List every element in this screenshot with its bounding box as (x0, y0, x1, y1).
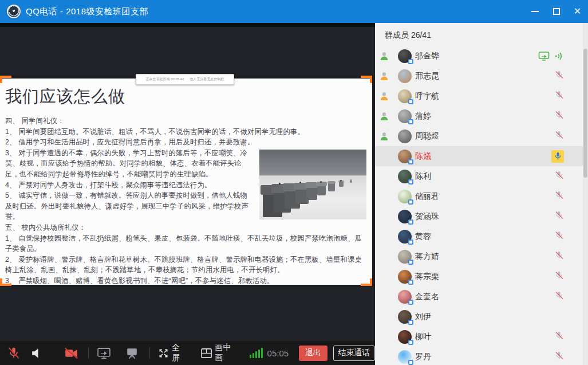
member-status-icons (538, 51, 564, 61)
member-status-icons (554, 270, 564, 282)
member-status-icons (554, 110, 564, 122)
member-row[interactable]: 刘伊 (375, 307, 588, 327)
close-button[interactable]: ✕ (567, 0, 588, 23)
camera-off-icon (64, 347, 79, 360)
member-mic-muted-icon (554, 210, 564, 222)
device-badge-icon (408, 99, 413, 104)
call-toolbar: 全屏 画中画 05:05 退出 结束通话 (0, 341, 375, 365)
screen-share-icon (97, 347, 111, 360)
member-row[interactable]: 罗丹 (375, 347, 588, 365)
shared-document: 我们应该怎么做 四、 同学间礼仪：1、 同学间要团结互助。不说脏话、粗话，不骂人… (0, 79, 372, 285)
camera-off-button[interactable] (64, 347, 79, 360)
member-mic-muted-icon (554, 170, 564, 182)
member-status-icons (554, 70, 564, 82)
avatar (398, 210, 412, 223)
member-screen-share-icon (538, 51, 550, 61)
member-mic-active-icon[interactable] (551, 150, 564, 163)
scrollbar-thumb[interactable] (583, 49, 587, 178)
device-badge-icon (408, 300, 413, 305)
member-row[interactable]: 邢志昆 (375, 66, 588, 86)
member-row[interactable]: 黄蓉 (375, 226, 588, 246)
member-row[interactable]: 柳叶 (375, 327, 588, 347)
member-row[interactable]: 蒋宗栗 (375, 266, 588, 286)
microphone-muted-button[interactable] (7, 346, 21, 360)
member-name: 邬金铧 (415, 51, 439, 61)
device-badge-icon (408, 360, 413, 365)
member-name: 蒋宗栗 (415, 272, 439, 282)
member-mic-muted-icon (554, 110, 564, 122)
document-paragraph: 四、 同学间礼仪： (5, 116, 366, 127)
photo-post-shape (339, 180, 344, 187)
avatar (398, 250, 412, 264)
avatar (398, 330, 412, 344)
member-row[interactable]: 邬金铧 (375, 46, 588, 66)
speaker-button[interactable] (30, 347, 43, 360)
device-badge-icon (408, 320, 413, 325)
presence-status-icon (379, 71, 389, 81)
document-body: 四、 同学间礼仪：1、 同学间要团结互助。不说脏话、粗话，不骂人，不说伤害同学的… (5, 116, 366, 285)
photo-post-shape (350, 180, 352, 183)
avatar (398, 190, 412, 203)
member-row[interactable]: 储丽君 (375, 186, 588, 206)
member-status-icons (554, 230, 564, 242)
minimize-button[interactable] (524, 0, 546, 23)
members-sidebar: 群成员 26/41 邬金铧 邢志昆 呼宇航 蒲婷 周聪煜 陈燨 陈利 (375, 23, 588, 365)
avatar (398, 350, 412, 364)
device-badge-icon (408, 59, 413, 64)
document-photo (259, 150, 366, 219)
end-call-button[interactable]: 结束通话 (333, 346, 375, 361)
member-status-icons (554, 210, 564, 222)
share-control-bar[interactable]: 正在分享此区域 00:05:42 他人无法看见此控制栏 (136, 74, 234, 85)
share-region-corner-bottom-right (361, 278, 372, 286)
member-name: 邢志昆 (415, 71, 439, 81)
member-row[interactable]: 蒋方婧 (375, 246, 588, 266)
presence-status-icon (379, 131, 389, 142)
share-region-corner-top-right (361, 76, 372, 83)
device-badge-icon (408, 219, 413, 225)
minimize-icon (531, 11, 539, 12)
member-mic-muted-icon (554, 230, 564, 242)
member-row[interactable]: 蒲婷 (375, 106, 588, 126)
fullscreen-label: 全屏 (172, 343, 186, 363)
member-row[interactable]: 陈利 (375, 166, 588, 186)
fullscreen-button[interactable]: 全屏 (158, 343, 186, 363)
member-mic-muted-icon (554, 250, 564, 262)
maximize-button[interactable] (546, 0, 567, 23)
avatar (398, 89, 412, 103)
member-name: 金奎名 (415, 292, 439, 302)
device-badge-icon (408, 159, 413, 164)
member-name: 储丽君 (415, 191, 439, 202)
member-row[interactable]: 周聪煜 (375, 126, 588, 146)
avatar (398, 310, 412, 324)
titlebar: QQ电话 - 2018级安检班团支部 ✕ (0, 0, 588, 23)
qq-call-icon (7, 5, 21, 18)
member-status-icons (554, 331, 564, 343)
member-status-icons (551, 150, 564, 163)
member-mic-muted-icon (554, 291, 564, 303)
member-mic-muted-icon (554, 70, 564, 82)
signal-strength-icon (250, 348, 263, 358)
pip-button[interactable]: 画中画 (201, 343, 236, 363)
member-status-icons (554, 170, 564, 182)
whiteboard-button[interactable] (125, 347, 139, 360)
share-status-text: 正在分享此区域 00:05:42 (145, 77, 184, 82)
member-mic-muted-icon (554, 90, 564, 102)
device-badge-icon (408, 240, 413, 245)
member-name: 贺涵珠 (415, 211, 439, 222)
member-name: 刘伊 (415, 312, 431, 322)
photo-post-shape (328, 182, 335, 191)
member-status-icons (554, 190, 564, 202)
avatar (398, 129, 412, 143)
exit-button[interactable]: 退出 (299, 346, 327, 361)
member-row[interactable]: 金奎名 (375, 286, 588, 307)
member-row[interactable]: 陈燨 (375, 146, 588, 166)
window-title: QQ电话 - 2018级安检班团支部 (26, 6, 148, 17)
document-paragraph: 2、 爱护标语牌、警示牌、格言牌和花草树木。不跳摸班牌、格言牌、警示牌和电器设施… (5, 254, 366, 276)
maximize-icon (553, 8, 560, 15)
avatar (398, 109, 412, 123)
member-row[interactable]: 贺涵珠 (375, 206, 588, 226)
member-row[interactable]: 呼宇航 (375, 86, 588, 106)
screen-share-button[interactable] (97, 347, 111, 360)
member-list: 邬金铧 邢志昆 呼宇航 蒲婷 周聪煜 陈燨 陈利 储丽君 (375, 46, 588, 365)
device-badge-icon (408, 280, 413, 285)
